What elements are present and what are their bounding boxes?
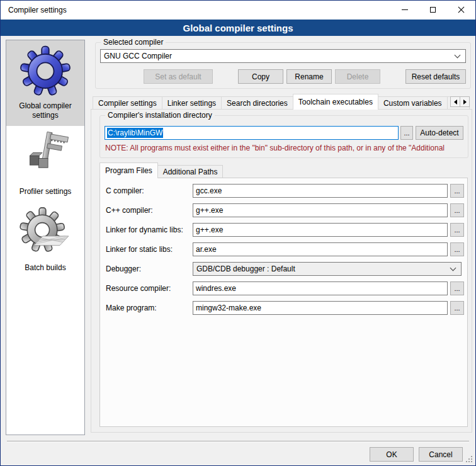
resize-grip[interactable]	[465, 455, 472, 462]
sidebar-item-global-compiler-settings[interactable]: Global compiler settings	[6, 40, 84, 126]
tab-custom-variables[interactable]: Custom variables	[378, 96, 448, 110]
tab-linker-settings[interactable]: Linker settings	[162, 96, 222, 110]
toolchain-field-row: Make program: mingw32-make.exe ...	[106, 301, 467, 315]
group-legend: Compiler's installation directory	[105, 111, 215, 120]
field-input[interactable]: gcc.exe	[193, 184, 448, 198]
selected-path-text: C:\raylib\MinGW	[107, 128, 163, 138]
tab-program-files[interactable]: Program Files	[99, 162, 158, 178]
field-label-c-compiler: C compiler:	[106, 186, 193, 195]
tab-additional-paths[interactable]: Additional Paths	[157, 165, 224, 178]
compiler-buttons-row: Set as default Copy Rename Delete Reset …	[144, 69, 466, 84]
maximize-button[interactable]	[419, 1, 447, 19]
field-label-resource-compiler: Resource compiler:	[106, 284, 193, 293]
field-label-linker-for-dynamic-libs: Linker for dynamic libs:	[106, 225, 193, 234]
installation-directory-group: Compiler's installation directory C:\ray…	[99, 115, 468, 158]
caption-buttons	[390, 1, 475, 20]
toolchain-field-row: C compiler: gcc.exe ...	[106, 184, 467, 198]
program-files-page: C compiler: gcc.exe ... C++ compiler: g+…	[99, 178, 468, 427]
browse-button[interactable]: ...	[450, 203, 464, 217]
tab-toolchain-executables[interactable]: Toolchain executables	[293, 94, 378, 110]
browse-button[interactable]: ...	[450, 301, 464, 315]
sidebar-item-label: Batch builds	[25, 263, 65, 273]
note-text: NOTE: All programs must exist either in …	[105, 144, 465, 152]
field-label-c-compiler: C++ compiler:	[106, 206, 193, 215]
rename-button[interactable]: Rename	[286, 69, 332, 84]
minimize-icon	[402, 9, 408, 10]
field-input[interactable]: mingw32-make.exe	[193, 301, 448, 315]
field-combo[interactable]: GDB/CDB debugger : Default	[193, 262, 462, 276]
installation-directory-row: C:\raylib\MinGW ... Auto-detect	[105, 126, 463, 140]
tab-compiler-settings[interactable]: Compiler settings	[93, 96, 162, 110]
field-label-debugger: Debugger:	[106, 264, 193, 273]
program-files-tabstrip: Program FilesAdditional Paths	[99, 162, 465, 178]
field-input[interactable]: windres.exe	[193, 281, 448, 295]
browse-button[interactable]: ...	[450, 242, 464, 256]
chevron-down-icon	[455, 52, 461, 58]
set-as-default-button[interactable]: Set as default	[144, 69, 213, 84]
toolchain-field-row: Debugger: GDB/CDB debugger : Default	[106, 262, 467, 276]
field-combo-value: GDB/CDB debugger : Default	[196, 264, 295, 273]
field-label-linker-for-static-libs: Linker for static libs:	[106, 245, 193, 254]
toolchain-field-row: Linker for static libs: ar.exe ...	[106, 242, 467, 256]
selected-compiler-group: Selected compiler GNU GCC Compiler Set a…	[95, 42, 471, 89]
reset-defaults-button[interactable]: Reset defaults	[405, 69, 466, 84]
browse-button[interactable]: ...	[450, 184, 464, 198]
tab-scroll-arrows	[451, 96, 470, 107]
gray-gear-stack-icon	[19, 207, 72, 259]
toolchain-field-row: Resource compiler: windres.exe ...	[106, 281, 467, 295]
toolchain-fields: C compiler: gcc.exe ... C++ compiler: g+…	[100, 178, 467, 315]
minimize-button[interactable]	[390, 1, 419, 19]
compiler-settings-dialog: Compiler settings Global compiler settin…	[0, 0, 476, 466]
group-legend: Selected compiler	[101, 38, 166, 47]
installation-directory-input[interactable]: C:\raylib\MinGW	[105, 126, 399, 140]
tab-scroll-left-button[interactable]	[450, 96, 460, 107]
settings-tabstrip: Compiler settingsLinker settingsSearch d…	[93, 94, 470, 110]
field-label-make-program: Make program:	[106, 304, 193, 312]
dialog-body: Global compiler settings	[1, 36, 475, 465]
sidebar-item-label: Profiler settings	[20, 187, 72, 196]
sidebar-item-label: Global compiler settings	[9, 101, 82, 120]
auto-detect-button[interactable]: Auto-detect	[416, 126, 463, 140]
cancel-button[interactable]: Cancel	[419, 447, 463, 462]
field-input[interactable]: g++.exe	[193, 203, 448, 217]
delete-button[interactable]: Delete	[335, 69, 380, 84]
close-icon	[458, 6, 465, 13]
maximize-icon	[430, 7, 436, 13]
blue-gear-icon	[19, 45, 72, 98]
settings-category-list: Global compiler settings	[6, 40, 85, 435]
titlebar[interactable]: Compiler settings	[1, 1, 475, 20]
toolchain-field-row: Linker for dynamic libs: g++.exe ...	[106, 223, 467, 237]
sidebar-item-profiler-settings[interactable]: Profiler settings	[6, 126, 84, 202]
sidebar-item-batch-builds[interactable]: Batch builds	[6, 202, 84, 278]
toolchain-field-row: C++ compiler: g++.exe ...	[106, 203, 467, 217]
field-input[interactable]: ar.exe	[193, 242, 448, 256]
compiler-select[interactable]: GNU GCC Compiler	[100, 49, 466, 63]
close-button[interactable]	[447, 1, 475, 19]
copy-button[interactable]: Copy	[238, 69, 283, 84]
window-title: Compiler settings	[8, 1, 67, 20]
compiler-select-value: GNU GCC Compiler	[104, 52, 172, 60]
tab-search-directories[interactable]: Search directories	[221, 96, 293, 110]
tab-scroll-right-button[interactable]	[460, 96, 470, 107]
browse-directory-button[interactable]: ...	[400, 126, 413, 140]
field-input[interactable]: g++.exe	[193, 223, 448, 237]
arrow-right-icon	[463, 99, 467, 105]
caliper-icon	[19, 130, 72, 183]
page-title: Global compiler settings	[183, 23, 293, 33]
toolchain-executables-page: Compiler's installation directory C:\ray…	[91, 109, 472, 433]
ok-button[interactable]: OK	[370, 447, 414, 462]
footer-separator	[7, 441, 469, 442]
browse-button[interactable]: ...	[450, 281, 464, 295]
arrow-left-icon	[454, 99, 457, 105]
chevron-down-icon	[450, 264, 456, 271]
page-header: Global compiler settings	[1, 20, 475, 36]
browse-button[interactable]: ...	[450, 223, 464, 237]
